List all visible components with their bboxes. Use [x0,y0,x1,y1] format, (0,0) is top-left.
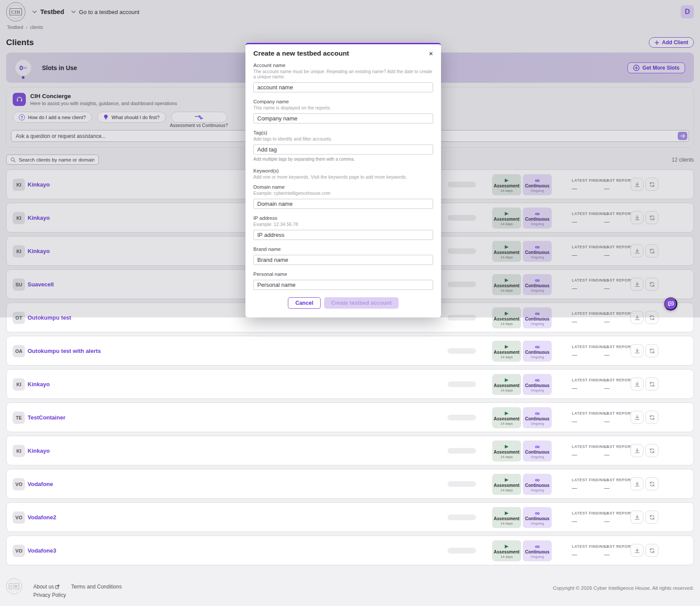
assessment-badge[interactable]: ▶ Assessment 14 days [492,440,521,462]
field-label: Keyword(s) [253,168,433,173]
client-name-link[interactable]: Vodafone2 [28,514,56,521]
refresh-button[interactable] [645,444,658,457]
continuous-label: Continuous [525,383,550,388]
privacy-link[interactable]: Privacy Policy [33,592,66,598]
download-report-button[interactable] [630,544,644,557]
client-name-link[interactable]: TestContainer [28,414,65,421]
refresh-button[interactable] [645,311,658,324]
assessment-badge[interactable]: ▶ Assessment 14 days [492,474,521,495]
assessment-badge[interactable]: ▶ Assessment 14 days [492,341,521,362]
download-report-button[interactable] [630,211,644,224]
continuous-badge[interactable]: ∞ Continuous Ongoing [523,507,552,528]
continuous-badge[interactable]: ∞ Continuous Ongoing [523,407,552,428]
client-name-link[interactable]: Outokumpu test [28,314,71,321]
assessment-badge[interactable]: ▶ Assessment 14 days [492,174,521,195]
refresh-button[interactable] [645,477,658,490]
go-to-testbed-account-link[interactable]: Go to a testbed account [79,9,140,15]
send-button[interactable] [678,132,687,140]
continuous-badge[interactable]: ∞ Continuous Ongoing [523,174,552,195]
chat-fab-button[interactable] [664,297,677,310]
client-name-link[interactable]: Outokumpu test with alerts [28,348,101,354]
client-name-link[interactable]: Vodafone3 [28,547,56,554]
download-report-button[interactable] [630,477,644,490]
download-report-button[interactable] [630,411,644,424]
refresh-button[interactable] [645,544,658,557]
assessment-badge[interactable]: ▶ Assessment 14 days [492,407,521,428]
company-name-input[interactable] [253,113,433,123]
chip-how-add-client[interactable]: ? How do I add a new client? [13,112,92,123]
client-name-link[interactable]: Suavecell [28,281,54,288]
user-avatar[interactable]: D [681,5,694,18]
refresh-button[interactable] [645,244,658,257]
client-name-link[interactable]: Kinkayo [28,181,50,188]
chevron-down-icon[interactable] [70,9,77,15]
refresh-button[interactable] [645,178,658,191]
cancel-button[interactable]: Cancel [288,297,321,309]
download-report-button[interactable] [630,244,644,257]
assessment-badge[interactable]: ▶ Assessment 14 days [492,307,521,328]
download-report-button[interactable] [630,278,644,291]
domain-name-input[interactable] [253,199,433,209]
search-input[interactable] [19,157,94,162]
client-name-link[interactable]: Kinkayo [28,215,50,221]
ip-address-input[interactable] [253,230,433,240]
refresh-button[interactable] [645,411,658,424]
chip-label: What should I do first? [112,115,159,120]
download-report-button[interactable] [630,511,644,524]
client-name-link[interactable]: Kinkayo [28,381,50,388]
download-report-button[interactable] [630,344,644,357]
account-name-input[interactable] [253,82,433,92]
refresh-button[interactable] [645,344,658,357]
assessment-badge[interactable]: ▶ Assessment 14 days [492,274,521,295]
continuous-badge[interactable]: ∞ Continuous Ongoing [523,540,552,561]
terms-link[interactable]: Terms and Conditions [71,584,122,590]
download-report-button[interactable] [630,377,644,391]
download-report-button[interactable] [630,178,644,191]
download-report-button[interactable] [630,444,644,457]
continuous-badge[interactable]: ∞ Continuous Ongoing [523,241,552,262]
continuous-badge[interactable]: ∞ Continuous Ongoing [523,274,552,295]
refresh-button[interactable] [645,278,658,291]
breadcrumb-item-clients[interactable]: clients [30,25,43,30]
continuous-badge[interactable]: ∞ Continuous Ongoing [523,374,552,395]
personal-name-input[interactable] [253,280,433,290]
brand-name-input[interactable] [253,255,433,265]
refresh-button[interactable] [645,511,658,524]
latest-findings-value: — [572,452,609,458]
play-icon: ▶ [505,476,508,483]
client-name-link[interactable]: Kinkayo [28,248,50,254]
field-label: Domain name [253,184,433,190]
last-report-label: LAST REPORT [604,278,634,282]
assessment-badge[interactable]: ▶ Assessment 14 days [492,208,521,229]
tag-s-input[interactable] [253,144,433,155]
client-name-link[interactable]: Kinkayo [28,447,50,454]
assessment-badge[interactable]: ▶ Assessment 14 days [492,507,521,528]
create-testbed-account-button[interactable]: Create testbed account [324,297,399,309]
breadcrumb-item-testbed[interactable]: Testbed [7,25,23,30]
loading-skeleton [448,182,476,187]
assessment-duration: 14 days [500,289,513,292]
continuous-badge[interactable]: ∞ Continuous Ongoing [523,208,552,229]
continuous-badge[interactable]: ∞ Continuous Ongoing [523,307,552,328]
chevron-down-icon[interactable] [32,9,38,15]
refresh-icon [649,315,655,321]
continuous-badge[interactable]: ∞ Continuous Ongoing [523,341,552,362]
assessment-badge[interactable]: ▶ Assessment 14 days [492,540,521,561]
refresh-button[interactable] [645,211,658,224]
compare-arrows-icon [194,115,204,120]
refresh-button[interactable] [645,377,658,391]
get-more-slots-button[interactable]: Get More Slots [627,62,685,73]
close-icon[interactable]: × [429,50,433,57]
add-client-button[interactable]: Add Client [649,37,694,48]
about-us-link[interactable]: About us [33,584,60,590]
continuous-badge[interactable]: ∞ Continuous Ongoing [523,474,552,495]
client-name-link[interactable]: Vodafone [28,481,53,487]
download-report-button[interactable] [630,311,644,324]
workspace-name[interactable]: Testbed [40,8,64,15]
chip-assessment-vs-continuous[interactable]: Assessment vs Continuous? [171,112,227,123]
chip-what-first[interactable]: What should I do first? [97,112,165,123]
assessment-badge[interactable]: ▶ Assessment 14 days [492,241,521,262]
continuous-badge[interactable]: ∞ Continuous Ongoing [523,440,552,462]
assessment-badge[interactable]: ▶ Assessment 14 days [492,374,521,395]
client-search[interactable] [6,155,99,165]
